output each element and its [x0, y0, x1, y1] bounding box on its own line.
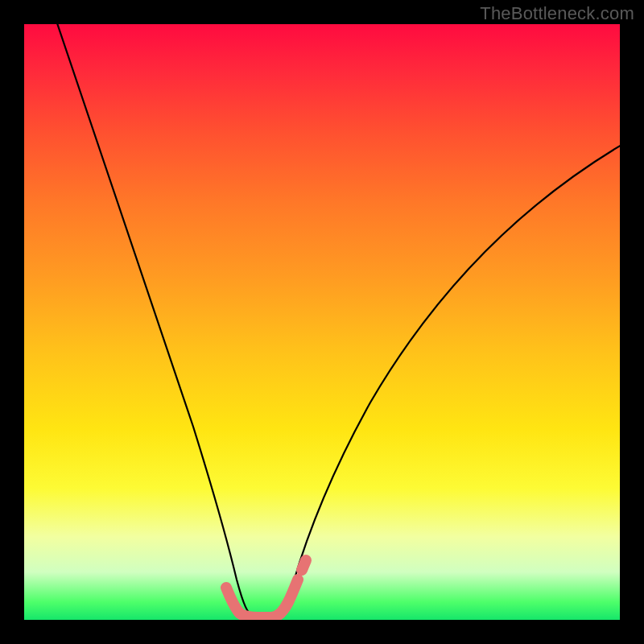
chart-frame: TheBottleneck.com — [0, 0, 644, 644]
trough-marker — [226, 580, 298, 617]
curve-overlay — [24, 24, 620, 620]
trough-marker-dot — [302, 560, 306, 570]
watermark-text: TheBottleneck.com — [480, 3, 634, 24]
plot-area — [24, 24, 620, 620]
bottleneck-curve — [55, 24, 620, 617]
